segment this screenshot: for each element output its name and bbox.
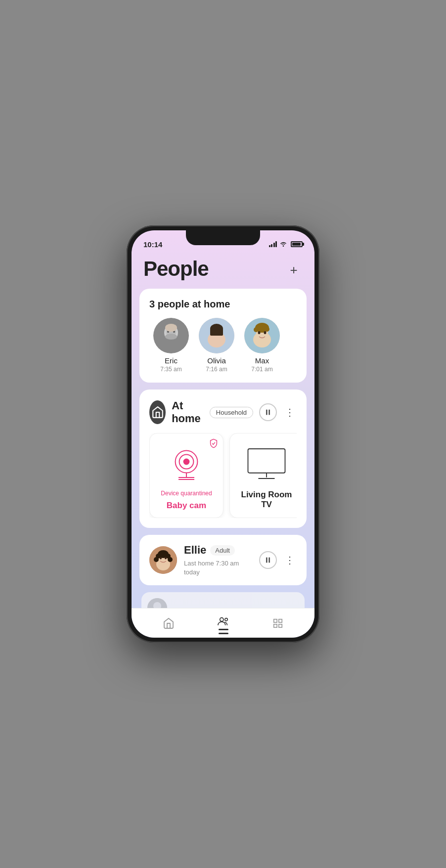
svg-rect-57 (279, 624, 282, 627)
automation-card: At home Household ⋮ (139, 390, 307, 528)
svg-point-42 (154, 557, 159, 562)
svg-rect-25 (266, 410, 268, 415)
person-time-olivia: 7:16 am (206, 366, 227, 373)
person-name-max: Max (255, 356, 269, 365)
ellie-more-button[interactable]: ⋮ (283, 552, 297, 568)
svg-point-24 (264, 331, 267, 334)
shield-icon (209, 438, 218, 450)
avatar-olivia (199, 318, 234, 353)
adult-badge[interactable]: Adult (210, 545, 235, 556)
automation-controls: ⋮ (259, 403, 297, 421)
devices-row: Device quarantined Baby cam (149, 433, 297, 518)
person-item-max[interactable]: Max 7:01 am (244, 318, 280, 373)
device-name-tv: Living Room TV (236, 490, 297, 510)
pause-button[interactable] (259, 403, 277, 421)
avatar-eric (153, 318, 189, 353)
person-name-row: Ellie Adult (184, 544, 252, 557)
avatars-row: Eric 7:35 am (149, 318, 297, 373)
nav-grid[interactable] (265, 615, 291, 632)
partial-card[interactable] (141, 592, 305, 608)
person-card-header: Ellie Adult Last home 7:30 am today ⋮ (149, 544, 297, 576)
signal-icon (269, 241, 277, 247)
wifi-icon (279, 240, 287, 248)
more-button[interactable]: ⋮ (283, 404, 297, 420)
bottom-nav (132, 608, 314, 638)
svg-rect-55 (279, 619, 282, 622)
svg-rect-56 (274, 624, 277, 627)
svg-point-29 (183, 459, 190, 465)
person-time-eric: 7:35 am (160, 366, 181, 373)
person-card-sub: Last home 7:30 am today (184, 560, 239, 576)
svg-point-21 (261, 324, 266, 329)
active-nav-indicator (219, 629, 228, 630)
person-item-eric[interactable]: Eric 7:35 am (153, 318, 189, 373)
status-icons (269, 240, 303, 248)
svg-rect-48 (268, 558, 270, 563)
device-card-babycam[interactable]: Device quarantined Baby cam (149, 433, 223, 518)
tv-icon (236, 441, 297, 486)
person-card-controls: ⋮ (259, 551, 297, 569)
home-nav-icon (163, 617, 175, 629)
automation-header: At home Household ⋮ (149, 399, 297, 425)
ellie-pause-button[interactable] (259, 551, 277, 569)
svg-rect-47 (266, 558, 268, 563)
status-time: 10:14 (143, 240, 162, 249)
nav-people[interactable] (209, 613, 238, 633)
svg-rect-54 (274, 619, 277, 622)
svg-point-22 (265, 327, 269, 332)
device-name-babycam: Baby cam (167, 501, 206, 511)
svg-point-52 (220, 618, 223, 621)
avatar-ellie (149, 546, 177, 574)
avatar-max (244, 318, 280, 353)
svg-rect-26 (268, 410, 270, 415)
scroll-content[interactable]: People + 3 people at home (132, 252, 314, 608)
svg-point-13 (213, 331, 215, 334)
babycam-icon (156, 441, 217, 486)
svg-point-14 (219, 331, 221, 334)
add-button[interactable]: + (285, 261, 303, 279)
page-header: People + (132, 252, 314, 289)
svg-rect-12 (210, 329, 223, 336)
automation-title: At home (172, 399, 202, 425)
person-name-olivia: Olivia (207, 356, 226, 365)
grid-nav-icon (272, 618, 283, 629)
phone-frame: 10:14 (127, 225, 319, 643)
person-card-info: Ellie Adult Last home 7:30 am today (184, 544, 252, 576)
svg-rect-34 (248, 449, 285, 473)
svg-point-46 (165, 557, 167, 560)
people-nav-icon (217, 616, 230, 627)
partial-avatar (147, 598, 167, 608)
person-item-olivia[interactable]: Olivia 7:16 am (199, 318, 234, 373)
people-at-home-card: 3 people at home (139, 289, 307, 383)
svg-point-23 (258, 331, 261, 334)
battery-icon (291, 241, 303, 247)
person-card-ellie: Ellie Adult Last home 7:30 am today ⋮ (139, 535, 307, 585)
device-status-babycam: Device quarantined (161, 490, 212, 497)
svg-point-4 (165, 334, 177, 340)
person-card-name: Ellie (184, 544, 206, 557)
svg-point-44 (168, 557, 173, 562)
phone-screen: 10:14 (132, 230, 314, 638)
svg-point-45 (160, 557, 162, 560)
svg-point-7 (165, 324, 177, 332)
household-badge[interactable]: Household (210, 407, 253, 418)
page-title: People (143, 257, 209, 281)
notch (186, 230, 260, 245)
device-card-tv[interactable]: Living Room TV (229, 433, 297, 518)
svg-point-53 (225, 618, 228, 621)
person-name-eric: Eric (165, 356, 178, 365)
person-time-max: 7:01 am (251, 366, 272, 373)
people-at-home-title: 3 people at home (149, 299, 297, 310)
home-icon-bg (149, 400, 166, 424)
nav-home[interactable] (155, 614, 182, 632)
